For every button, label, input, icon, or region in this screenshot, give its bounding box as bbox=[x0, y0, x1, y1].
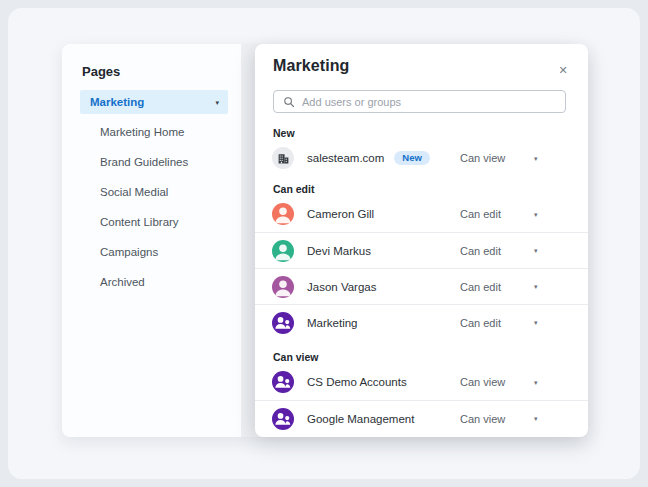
member-row-salesteam-com: salesteam.comNewCan view▾ bbox=[255, 140, 588, 176]
sidebar-item-brand-guidelines[interactable]: Brand Guidelines bbox=[82, 147, 241, 177]
caret-down-icon[interactable]: ▾ bbox=[534, 379, 538, 386]
section-can-edit: Can editCameron GillCan edit▾Devi Markus… bbox=[255, 182, 588, 340]
permission-select-label[interactable]: Can edit bbox=[460, 317, 501, 329]
section-can-view: Can viewCS Demo AccountsCan view▾Google … bbox=[255, 350, 588, 436]
user-avatar bbox=[272, 203, 294, 225]
caret-down-icon[interactable]: ▾ bbox=[534, 283, 538, 290]
caret-down-icon[interactable]: ▾ bbox=[534, 211, 538, 218]
member-name: Google Management bbox=[307, 413, 414, 425]
organization-building-icon bbox=[272, 147, 294, 169]
pages-sidebar: Pages Marketing▾Marketing HomeBrand Guid… bbox=[62, 44, 241, 437]
panel-title: Marketing bbox=[273, 57, 349, 75]
caret-down-icon[interactable]: ▾ bbox=[534, 319, 538, 326]
member-row-google-management: Google ManagementCan view▾ bbox=[255, 400, 588, 436]
caret-down-icon[interactable]: ▾ bbox=[215, 99, 219, 106]
sidebar-item-label: Campaigns bbox=[100, 246, 158, 258]
permission-select-label[interactable]: Can view bbox=[460, 376, 505, 388]
section-label: Can edit bbox=[273, 182, 588, 196]
sidebar-nav: Marketing▾Marketing HomeBrand Guidelines… bbox=[82, 90, 241, 297]
sidebar-item-content-library[interactable]: Content Library bbox=[82, 207, 241, 237]
member-name: Devi Markus bbox=[307, 245, 371, 257]
permission-select-label[interactable]: Can edit bbox=[460, 208, 501, 220]
member-row-devi-markus: Devi MarkusCan edit▾ bbox=[255, 232, 588, 268]
new-badge: New bbox=[394, 151, 430, 166]
sidebar-item-label: Archived bbox=[100, 276, 145, 288]
section-label: Can view bbox=[273, 350, 588, 364]
group-avatar-icon bbox=[272, 312, 294, 334]
sidebar-item-social-medial[interactable]: Social Medial bbox=[82, 177, 241, 207]
permission-select-label[interactable]: Can edit bbox=[460, 281, 501, 293]
member-name: Marketing bbox=[307, 317, 358, 329]
caret-down-icon[interactable]: ▾ bbox=[534, 155, 538, 162]
group-avatar-icon bbox=[272, 408, 294, 430]
member-name: Cameron Gill bbox=[307, 208, 374, 220]
sidebar-item-label: Marketing bbox=[90, 96, 144, 108]
sidebar-title: Pages bbox=[82, 64, 241, 79]
share-panel: Marketing ✕ Newsalesteam.comNewCan view▾… bbox=[255, 44, 588, 437]
search-icon bbox=[283, 96, 295, 108]
member-row-marketing: MarketingCan edit▾ bbox=[255, 304, 588, 340]
permission-sections: Newsalesteam.comNewCan view▾Can editCame… bbox=[255, 122, 588, 436]
search-box[interactable] bbox=[273, 90, 566, 113]
permission-select-label[interactable]: Can view bbox=[460, 152, 505, 164]
user-avatar bbox=[272, 240, 294, 262]
sidebar-item-label: Social Medial bbox=[100, 186, 168, 198]
section-label: New bbox=[273, 126, 588, 140]
caret-down-icon[interactable]: ▾ bbox=[534, 415, 538, 422]
sidebar-item-marketing-home[interactable]: Marketing Home bbox=[82, 117, 241, 147]
permission-select-label[interactable]: Can edit bbox=[460, 245, 501, 257]
sidebar-item-campaigns[interactable]: Campaigns bbox=[82, 237, 241, 267]
sidebar-item-label: Brand Guidelines bbox=[100, 156, 188, 168]
permission-select-label[interactable]: Can view bbox=[460, 413, 505, 425]
member-row-cameron-gill: Cameron GillCan edit▾ bbox=[255, 196, 588, 232]
member-row-cs-demo-accounts: CS Demo AccountsCan view▾ bbox=[255, 364, 588, 400]
member-name: Jason Vargas bbox=[307, 281, 376, 293]
add-users-input[interactable] bbox=[295, 96, 565, 108]
sidebar-item-label: Content Library bbox=[100, 216, 179, 228]
user-avatar bbox=[272, 276, 294, 298]
section-new: Newsalesteam.comNewCan view▾ bbox=[255, 126, 588, 176]
member-row-jason-vargas: Jason VargasCan edit▾ bbox=[255, 268, 588, 304]
app-surface: Pages Marketing▾Marketing HomeBrand Guid… bbox=[8, 8, 640, 479]
sidebar-item-archived[interactable]: Archived bbox=[82, 267, 241, 297]
caret-down-icon[interactable]: ▾ bbox=[534, 247, 538, 254]
group-avatar-icon bbox=[272, 371, 294, 393]
member-name: CS Demo Accounts bbox=[307, 376, 407, 388]
sidebar-item-marketing[interactable]: Marketing▾ bbox=[80, 90, 228, 114]
sidebar-item-label: Marketing Home bbox=[100, 126, 184, 138]
close-icon[interactable]: ✕ bbox=[556, 63, 570, 77]
member-name: salesteam.com bbox=[307, 152, 384, 164]
